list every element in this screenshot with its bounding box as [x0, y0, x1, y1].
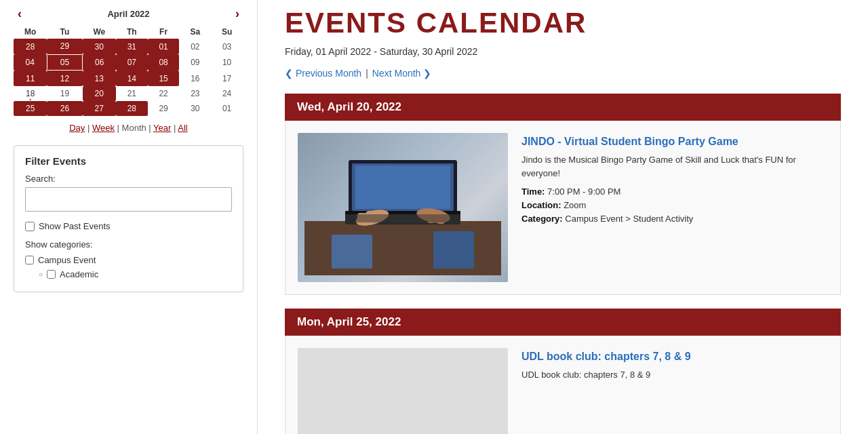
show-categories-label: Show categories:	[25, 239, 232, 250]
event-location-label-0: Location:	[521, 200, 561, 210]
main-content: EVENTS CALENDAR Friday, 01 April 2022 - …	[258, 0, 868, 434]
calendar-day[interactable]: 13	[83, 71, 116, 86]
calendar-day[interactable]: 20	[83, 86, 116, 101]
event-time-0: Time: 7:00 PM - 9:00 PM	[521, 186, 828, 197]
event-desc-0: Jindo is the Musical Bingo Party Game of…	[521, 153, 828, 180]
filter-search-label: Search:	[25, 174, 232, 184]
event-image-1	[298, 348, 508, 434]
view-links: Day | Week | Month | Year | All	[14, 123, 243, 133]
calendar-day[interactable]: 28	[116, 101, 148, 116]
event-time-value-0: 7:00 PM - 9:00 PM	[547, 186, 620, 197]
calendar-day[interactable]: 03	[211, 39, 243, 54]
event-category-label-0: Category:	[521, 214, 563, 224]
event-details-0: JINDO - Virtual Student Bingo Party Game…	[521, 133, 828, 282]
event-category-value-0: Campus Event > Student Activity	[565, 214, 693, 224]
calendar-day[interactable]: 05	[47, 54, 82, 71]
calendar-day[interactable]: 01	[211, 101, 243, 116]
calendar-day[interactable]: 25	[14, 101, 47, 116]
view-day-link[interactable]: Day	[69, 123, 85, 133]
event-card-0: JINDO - Virtual Student Bingo Party Game…	[285, 121, 841, 295]
calendar-day[interactable]: 10	[211, 54, 243, 71]
event-category-0: Category: Campus Event > Student Activit…	[521, 214, 828, 224]
calendar-widget: ‹ April 2022 › Mo Tu We Th Fr Sa Su	[14, 7, 243, 116]
prev-month-label: Previous Month	[296, 68, 361, 79]
dow-tu: Tu	[47, 25, 82, 39]
month-nav: ❮ Previous Month | Next Month ❯	[285, 68, 841, 79]
event-location-0: Location: Zoom	[521, 200, 828, 210]
calendar-day[interactable]: 22	[148, 86, 180, 101]
category-campus-event-checkbox[interactable]	[25, 256, 34, 264]
calendar-day[interactable]: 27	[83, 101, 116, 116]
calendar-day[interactable]: 30	[179, 101, 211, 116]
calendar-day[interactable]: 14	[116, 71, 148, 86]
calendar-day[interactable]: 18	[14, 86, 47, 101]
event-desc-1: UDL book club: chapters 7, 8 & 9	[521, 368, 828, 382]
calendar-day[interactable]: 15	[148, 71, 180, 86]
next-month-label: Next Month	[372, 68, 421, 79]
calendar-day[interactable]: 09	[179, 54, 211, 71]
sidebar: ‹ April 2022 › Mo Tu We Th Fr Sa Su	[0, 0, 258, 434]
calendar-day[interactable]: 11	[14, 71, 47, 86]
dow-mo: Mo	[14, 25, 47, 39]
calendar-day[interactable]: 08	[148, 54, 180, 71]
prev-month-cal-button[interactable]: ‹	[14, 7, 26, 21]
show-past-events-row: Show Past Events	[25, 221, 232, 231]
calendar-day[interactable]: 12	[47, 71, 82, 86]
next-chevron-icon: ❯	[423, 68, 431, 79]
calendar-day[interactable]: 29	[47, 39, 82, 54]
calendar-day[interactable]: 26	[47, 101, 82, 116]
event-date-header-1: Mon, April 25, 2022	[285, 309, 841, 336]
event-name-0[interactable]: JINDO - Virtual Student Bingo Party Game	[521, 136, 828, 148]
page-title: EVENTS CALENDAR	[285, 7, 841, 39]
calendar-day[interactable]: 28	[14, 39, 47, 54]
calendar-day[interactable]: 31	[116, 39, 148, 54]
event-name-1[interactable]: UDL book club: chapters 7, 8 & 9	[521, 351, 828, 363]
calendar-day[interactable]: 16	[179, 71, 211, 86]
calendar-day[interactable]: 01	[148, 39, 180, 54]
date-range: Friday, 01 April 2022 - Saturday, 30 Apr…	[285, 46, 841, 57]
filter-search-input[interactable]	[25, 187, 232, 212]
calendar-day[interactable]: 06	[83, 54, 116, 71]
dow-fr: Fr	[148, 25, 180, 39]
prev-month-link[interactable]: ❮ Previous Month	[285, 68, 361, 79]
event-section-0: Wed, April 20, 2022	[285, 94, 841, 295]
svg-rect-14	[433, 231, 474, 269]
next-month-link[interactable]: Next Month ❯	[372, 68, 431, 79]
next-month-cal-button[interactable]: ›	[231, 7, 243, 21]
calendar-day[interactable]: 04	[14, 54, 47, 71]
calendar-day[interactable]: 23	[179, 86, 211, 101]
show-past-events-checkbox[interactable]	[25, 222, 35, 231]
view-all-link[interactable]: All	[178, 123, 187, 133]
calendar-day[interactable]: 02	[179, 39, 211, 54]
calendar-day[interactable]: 07	[116, 54, 148, 71]
event-date-header-0: Wed, April 20, 2022	[285, 94, 841, 121]
view-week-link[interactable]: Week	[92, 123, 115, 133]
event-time-label-0: Time:	[521, 186, 545, 197]
calendar-day[interactable]: 17	[211, 71, 243, 86]
sub-bullet: ○	[39, 271, 43, 278]
show-past-events-label: Show Past Events	[39, 221, 111, 231]
view-year-link[interactable]: Year	[153, 123, 171, 133]
category-academic: ○ Academic	[39, 269, 232, 279]
svg-rect-13	[332, 235, 372, 269]
calendar-title: April 2022	[107, 9, 149, 19]
event-illustration-svg	[304, 140, 501, 275]
calendar-day[interactable]: 24	[211, 86, 243, 101]
calendar-day[interactable]: 30	[83, 39, 116, 54]
event-image-0	[298, 133, 508, 282]
filter-title: Filter Events	[25, 155, 232, 167]
svg-rect-12	[355, 214, 450, 222]
dow-we: We	[83, 25, 116, 39]
dow-su: Su	[211, 25, 243, 39]
category-academic-checkbox[interactable]	[47, 270, 56, 279]
dow-th: Th	[116, 25, 148, 39]
prev-chevron-icon: ❮	[285, 68, 293, 79]
event-image-inner-0	[298, 133, 508, 282]
category-campus-event: Campus Event	[25, 255, 232, 265]
event-details-1: UDL book club: chapters 7, 8 & 9 UDL boo…	[521, 348, 828, 434]
calendar-day[interactable]: 19	[47, 86, 82, 101]
calendar-header: ‹ April 2022 ›	[14, 7, 243, 21]
calendar-day[interactable]: 29	[148, 101, 180, 116]
category-academic-label: Academic	[60, 269, 98, 279]
calendar-day[interactable]: 21	[116, 86, 148, 101]
